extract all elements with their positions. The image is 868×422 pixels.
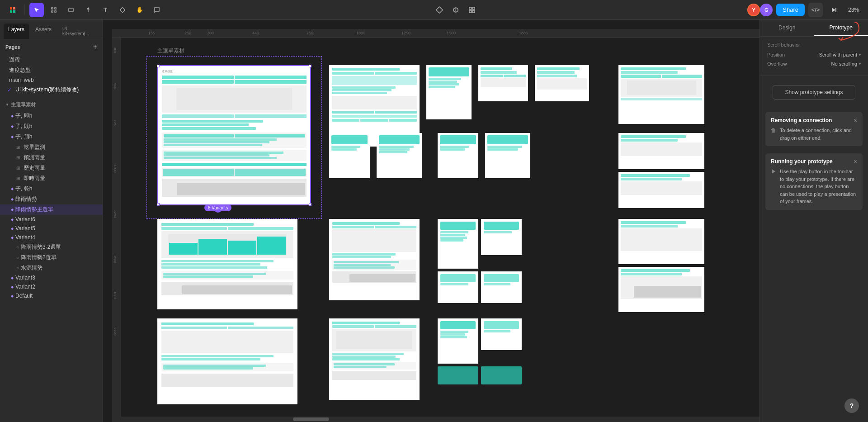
- frame-br1[interactable]: [329, 219, 420, 300]
- removing-connection-card: Removing a connection × 🗑 To delete a co…: [765, 112, 863, 146]
- svg-rect-6: [55, 8, 56, 9]
- tab-prototype[interactable]: Prototype: [814, 20, 868, 36]
- selected-frame[interactable]: 選單標題 ...: [157, 65, 311, 205]
- move-tool-icon[interactable]: [29, 3, 44, 17]
- removing-connection-close[interactable]: ×: [854, 117, 857, 124]
- frame-b2-1[interactable]: [157, 318, 297, 404]
- layer-item-17[interactable]: ◆ Variant3: [0, 273, 103, 282]
- play-button[interactable]: [826, 3, 841, 17]
- tab-design[interactable]: Design: [760, 20, 814, 36]
- page-item-3[interactable]: main_web: [4, 76, 99, 85]
- frame-far-1[interactable]: [618, 65, 704, 124]
- frame-brsr2-4[interactable]: [481, 366, 522, 384]
- page-item-2[interactable]: 進度急型: [4, 65, 99, 76]
- position-value[interactable]: Scroll with parent ▾: [819, 52, 861, 57]
- layer-item-3[interactable]: ◆ 子, 預h: [0, 132, 103, 142]
- page-item-1[interactable]: 過程: [4, 55, 99, 65]
- layer-item-1[interactable]: ◆ 子, 即h: [0, 111, 103, 121]
- frame-tool-icon[interactable]: [47, 3, 61, 17]
- layer-label-16: 水源情勢: [21, 264, 42, 272]
- layer-item-14[interactable]: ○ 降雨情勢3-2選單: [0, 242, 103, 252]
- layer-item-11[interactable]: ◆ Variant6: [0, 215, 103, 224]
- frame-fr2-2[interactable]: [618, 172, 704, 208]
- frame-r2-2[interactable]: [377, 133, 422, 178]
- layer-item-2[interactable]: ◆ 子, 既h: [0, 121, 103, 132]
- frame-b1[interactable]: [157, 219, 297, 309]
- frame-brsr2-1[interactable]: [438, 318, 478, 364]
- menu-icon[interactable]: [5, 3, 20, 17]
- pen-tool-icon[interactable]: [81, 3, 95, 17]
- component-tool-icon[interactable]: [115, 3, 130, 17]
- page-label-2: 進度急型: [9, 66, 31, 74]
- prototype-mode-icon[interactable]: [432, 3, 447, 17]
- page-item-4[interactable]: ✓ UI kit+system(將持續修改): [4, 85, 99, 95]
- frame-brs-4[interactable]: [481, 271, 522, 303]
- grid-view-icon[interactable]: [465, 3, 479, 17]
- layer-label-15: 降雨情勢2選單: [21, 254, 57, 261]
- layer-item-8[interactable]: ◆ 子, 乾h: [0, 184, 103, 194]
- comment-tool-icon[interactable]: [150, 3, 164, 17]
- layer-label-17: Variant3: [15, 275, 35, 281]
- layer-item-16[interactable]: ○ 水源情勢: [0, 263, 103, 273]
- layer-item-12[interactable]: ◆ Variant5: [0, 224, 103, 233]
- frame-r2r-1[interactable]: [438, 133, 478, 178]
- layer-item-18[interactable]: ◆ Variant2: [0, 282, 103, 291]
- diamond-icon-12: ◆: [11, 227, 14, 231]
- frame-brs-1[interactable]: [438, 219, 478, 269]
- overflow-chevron: ▾: [859, 62, 861, 66]
- layer-item-13[interactable]: ◆ Variant4: [0, 233, 103, 242]
- diamond-icon-10: ◆: [11, 208, 14, 212]
- share-button[interactable]: Share: [776, 4, 805, 16]
- frame-brsr2-2[interactable]: [481, 318, 522, 350]
- layer-item-4[interactable]: ⊞ 乾旱監測: [0, 142, 103, 152]
- tab-assets[interactable]: Assets: [31, 24, 56, 39]
- frame-frb-1[interactable]: [618, 219, 704, 264]
- scroll-behavior-label: Scroll behavior: [767, 42, 861, 47]
- running-prototype-close[interactable]: ×: [854, 158, 857, 165]
- frame-fr2-1[interactable]: [618, 133, 704, 169]
- show-prototype-button[interactable]: Show prototype settings: [773, 85, 855, 100]
- mirror-icon[interactable]: [448, 3, 463, 17]
- tab-ui-kit[interactable]: UI kit+system(...: [58, 24, 99, 39]
- shape-tool-icon[interactable]: [64, 3, 78, 17]
- section-header[interactable]: ▼ 主選單素材: [0, 99, 103, 111]
- canvas-scrollbar-thumb[interactable]: [293, 417, 329, 421]
- layer-item-10[interactable]: ◆ 降雨情勢主選單: [0, 204, 103, 215]
- overflow-value[interactable]: No scrolling ▾: [831, 61, 861, 66]
- diamond-icon-11: ◆: [11, 218, 14, 222]
- frame-brr2[interactable]: [329, 318, 420, 400]
- layer-item-19[interactable]: ◆ Default: [0, 291, 103, 300]
- play-prototype-icon: [771, 168, 776, 175]
- hand-tool-icon[interactable]: ✋: [132, 3, 147, 17]
- frame-r2-1[interactable]: [329, 133, 370, 178]
- frame-5[interactable]: [535, 65, 589, 101]
- frame-brs-3[interactable]: [438, 271, 478, 303]
- layer-item-6[interactable]: ⊞ 歷史雨量: [0, 163, 103, 173]
- grid-icon-6: ⊞: [16, 166, 20, 171]
- layer-item-9[interactable]: ◆ 降雨情勢: [0, 194, 103, 204]
- layer-item-15[interactable]: ○ 降雨情勢2選單: [0, 252, 103, 263]
- svg-rect-1: [13, 7, 15, 9]
- circle-icon-15: ○: [16, 255, 19, 260]
- removing-connection-header: Removing a connection ×: [771, 117, 857, 124]
- tab-layers[interactable]: Layers: [4, 24, 29, 39]
- add-page-button[interactable]: +: [93, 43, 97, 51]
- show-proto-section: Show prototype settings: [760, 76, 868, 109]
- toolbar-left: T ✋: [5, 3, 164, 17]
- frame-4[interactable]: [478, 65, 528, 101]
- avatar-2: G: [760, 4, 773, 16]
- frame-brsr2-3[interactable]: [438, 366, 478, 384]
- canvas-scrollbar[interactable]: [112, 417, 760, 422]
- svg-rect-8: [55, 11, 56, 12]
- code-icon[interactable]: </>: [808, 3, 823, 17]
- pages-section: Pages +: [0, 39, 103, 55]
- frame-3[interactable]: [426, 65, 472, 119]
- layer-item-5[interactable]: ⊞ 預測雨量: [0, 152, 103, 163]
- text-tool-icon[interactable]: T: [98, 3, 113, 17]
- help-button[interactable]: ?: [844, 398, 859, 413]
- frame-r2r-2[interactable]: [485, 133, 530, 178]
- frame-frb-2[interactable]: [618, 267, 704, 312]
- frame-brs-2[interactable]: [481, 219, 522, 255]
- left-panel: Layers Assets UI kit+system(... Pages + …: [0, 20, 103, 422]
- layer-item-7[interactable]: ⊞ 即時雨量: [0, 173, 103, 184]
